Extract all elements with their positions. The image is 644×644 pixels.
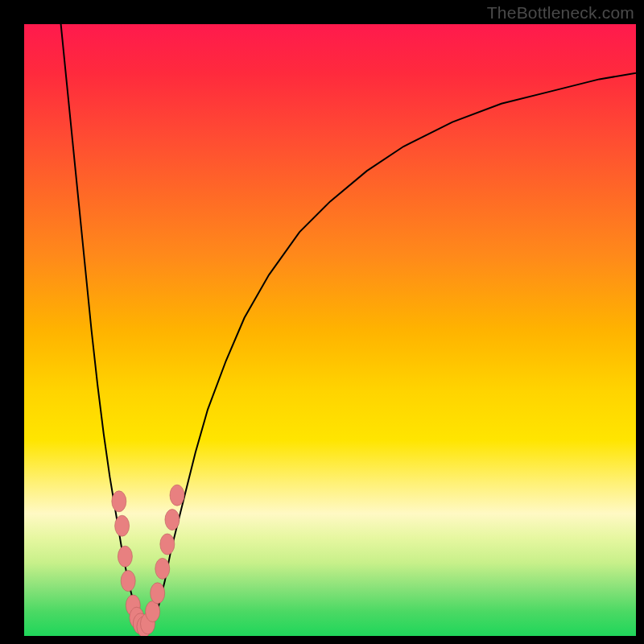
curve-left-branch <box>61 24 141 624</box>
curve-right-branch <box>140 73 636 630</box>
data-marker <box>118 546 132 567</box>
data-marker <box>146 601 160 622</box>
watermark-text: TheBottleneck.com <box>487 3 634 23</box>
data-marker <box>115 515 130 536</box>
data-marker <box>170 485 184 506</box>
data-marker <box>112 491 126 512</box>
plot-area <box>24 24 636 636</box>
data-markers <box>112 485 184 636</box>
data-marker <box>121 571 135 592</box>
data-marker <box>151 583 165 604</box>
data-marker <box>155 558 170 579</box>
outer-frame: TheBottleneck.com <box>0 0 644 644</box>
data-marker <box>160 534 175 555</box>
data-marker <box>165 510 180 530</box>
plot-svg <box>24 24 636 636</box>
